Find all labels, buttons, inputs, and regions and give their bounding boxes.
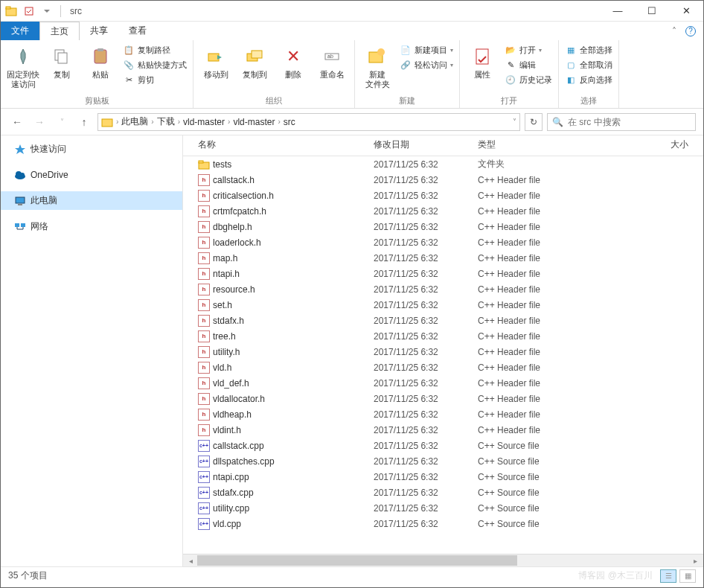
properties-button[interactable]: 属性 [464, 42, 500, 80]
h-icon: h [198, 205, 210, 217]
maximize-button[interactable]: ☐ [635, 1, 669, 22]
invert-selection-button[interactable]: ◧反向选择 [563, 73, 614, 86]
file-row[interactable]: tests2017/11/25 6:32文件夹 [183, 156, 703, 172]
file-row[interactable]: hcrtmfcpatch.h2017/11/25 6:32C++ Header … [183, 203, 703, 219]
item-count: 35 个项目 [8, 569, 48, 582]
file-type: C++ Header file [478, 300, 612, 310]
sidebar-item-label: 快速访问 [31, 143, 66, 156]
crumb-downloads[interactable]: 下载 [157, 115, 175, 128]
minimize-button[interactable]: — [601, 1, 635, 22]
file-row[interactable]: hcallstack.h2017/11/25 6:32C++ Header fi… [183, 172, 703, 188]
file-row[interactable]: hvldint.h2017/11/25 6:32C++ Header file [183, 422, 703, 438]
search-box[interactable]: 🔍 [547, 113, 696, 131]
horizontal-scrollbar[interactable]: ◂▸ [183, 554, 703, 566]
new-folder-button[interactable]: 新建 文件夹 [359, 42, 395, 89]
back-button[interactable]: ← [8, 113, 26, 131]
file-row[interactable]: hntapi.h2017/11/25 6:32C++ Header file [183, 266, 703, 281]
edit-button[interactable]: ✎编辑 [503, 58, 554, 71]
forward-button[interactable]: → [31, 113, 48, 131]
sidebar-item-pc[interactable]: 此电脑 [1, 191, 182, 210]
file-row[interactable]: hresource.h2017/11/25 6:32C++ Header fil… [183, 281, 703, 297]
paste-shortcut-button[interactable]: 📎粘贴快捷方式 [121, 58, 188, 71]
file-date: 2017/11/25 6:32 [374, 191, 478, 201]
col-size[interactable]: 大小 [612, 138, 703, 151]
file-row[interactable]: hstdafx.h2017/11/25 6:32C++ Header file [183, 313, 703, 328]
file-row[interactable]: c++stdafx.cpp2017/11/25 6:32C++ Source f… [183, 485, 703, 500]
file-row[interactable]: c++dllspatches.cpp2017/11/25 6:32C++ Sou… [183, 453, 703, 469]
file-row[interactable]: hcriticalsection.h2017/11/25 6:32C++ Hea… [183, 188, 703, 203]
crumb-src[interactable]: src [284, 117, 295, 127]
h-icon: h [198, 315, 210, 327]
file-row[interactable]: c++callstack.cpp2017/11/25 6:32C++ Sourc… [183, 438, 703, 453]
file-row[interactable]: c++utility.cpp2017/11/25 6:32C++ Source … [183, 500, 703, 516]
breadcrumb[interactable]: › 此电脑› 下载› vld-master› vld-master› src ˅ [97, 113, 520, 131]
delete-button[interactable]: ✕删除 [275, 42, 311, 80]
move-to-button[interactable]: 移动到 [198, 42, 234, 80]
file-row[interactable]: hdbghelp.h2017/11/25 6:32C++ Header file [183, 219, 703, 234]
svg-rect-15 [102, 119, 112, 127]
copy-button[interactable]: 复制 [44, 42, 80, 80]
easy-access-button[interactable]: 🔗轻松访问▾ [398, 58, 455, 71]
file-row[interactable]: hset.h2017/11/25 6:32C++ Header file [183, 297, 703, 313]
ribbon-collapse-icon[interactable]: ˄ [672, 26, 676, 36]
sidebar-item-net[interactable]: 网络 [1, 217, 182, 236]
tab-view[interactable]: 查看 [118, 22, 157, 40]
file-row[interactable]: c++ntapi.cpp2017/11/25 6:32C++ Source fi… [183, 469, 703, 485]
history-button[interactable]: 🕘历史记录 [503, 73, 554, 86]
cut-button[interactable]: ✂剪切 [121, 73, 188, 86]
up-button[interactable]: ↑ [75, 113, 93, 131]
sidebar-item-cloud[interactable]: OneDrive [1, 166, 182, 184]
open-button[interactable]: 📂打开▾ [503, 43, 554, 57]
col-date[interactable]: 修改日期 [374, 138, 478, 151]
col-name[interactable]: 名称 [183, 138, 374, 151]
file-row[interactable]: hvldallocator.h2017/11/25 6:32C++ Header… [183, 391, 703, 406]
breadcrumb-dropdown-icon[interactable]: ˅ [513, 118, 516, 126]
select-none-button[interactable]: ▢全部取消 [563, 58, 614, 71]
crumb-vld2[interactable]: vld-master [233, 117, 275, 127]
paste-button[interactable]: 粘贴 [83, 42, 118, 80]
tab-file[interactable]: 文件 [1, 22, 39, 40]
file-row[interactable]: htree.h2017/11/25 6:32C++ Header file [183, 328, 703, 344]
qat-properties-icon[interactable] [22, 4, 36, 19]
view-icons-button[interactable]: ▦ [679, 569, 696, 583]
file-row[interactable]: hutility.h2017/11/25 6:32C++ Header file [183, 344, 703, 359]
sidebar-item-star[interactable]: 快速访问 [1, 140, 182, 159]
col-type[interactable]: 类型 [478, 138, 612, 151]
copy-path-button[interactable]: 📋复制路径 [121, 43, 188, 57]
file-list[interactable]: tests2017/11/25 6:32文件夹hcallstack.h2017/… [183, 156, 703, 554]
h-icon: h [198, 362, 210, 374]
file-type: C++ Source file [478, 503, 612, 514]
file-row[interactable]: c++vld.cpp2017/11/25 6:32C++ Source file [183, 516, 703, 531]
file-row[interactable]: hloaderlock.h2017/11/25 6:32C++ Header f… [183, 234, 703, 250]
view-details-button[interactable]: ☰ [660, 569, 676, 583]
qat-dropdown-icon[interactable] [39, 4, 54, 19]
h-icon: h [198, 221, 210, 233]
rename-button[interactable]: ab重命名 [314, 42, 350, 80]
column-headers[interactable]: 名称 修改日期 类型 大小 [183, 135, 703, 156]
file-name: resource.h [213, 284, 255, 295]
close-button[interactable]: ✕ [669, 1, 703, 22]
h-icon: h [198, 284, 210, 295]
tab-home[interactable]: 主页 [39, 22, 80, 40]
file-type: C++ Source file [478, 472, 612, 482]
tab-share[interactable]: 共享 [80, 22, 118, 40]
file-name: map.h [213, 253, 237, 263]
search-input[interactable] [568, 117, 691, 127]
pin-button[interactable]: 固定到快 速访问 [5, 42, 41, 89]
h-icon: h [198, 190, 210, 202]
new-item-button[interactable]: 📄新建项目▾ [398, 43, 455, 57]
help-icon[interactable]: ? [685, 26, 696, 36]
file-row[interactable]: hmap.h2017/11/25 6:32C++ Header file [183, 250, 703, 266]
copy-to-button[interactable]: 复制到 [237, 42, 272, 80]
file-type: C++ Header file [478, 362, 612, 373]
recent-dropdown[interactable]: ˅ [53, 113, 71, 131]
file-date: 2017/11/25 6:32 [374, 472, 478, 482]
file-row[interactable]: hvldheap.h2017/11/25 6:32C++ Header file [183, 406, 703, 422]
refresh-button[interactable]: ↻ [525, 113, 543, 131]
select-all-button[interactable]: ▦全部选择 [563, 43, 614, 57]
file-row[interactable]: hvld.h2017/11/25 6:32C++ Header file [183, 359, 703, 375]
file-row[interactable]: hvld_def.h2017/11/25 6:32C++ Header file [183, 375, 703, 391]
pc-icon [14, 195, 26, 207]
crumb-vld1[interactable]: vld-master [183, 117, 225, 127]
crumb-pc[interactable]: 此电脑 [121, 115, 148, 128]
